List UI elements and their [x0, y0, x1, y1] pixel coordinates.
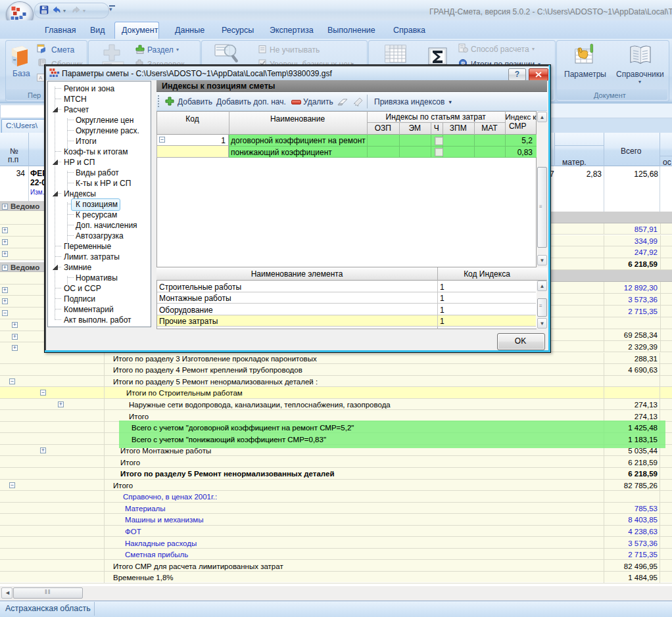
svg-text:A: A	[39, 75, 43, 81]
